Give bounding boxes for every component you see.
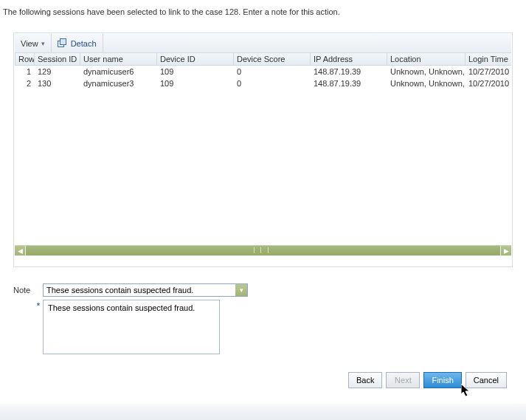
cell-device-id: 109 [157,78,234,89]
cell-ip-address: 148.87.19.39 [311,78,387,89]
cell-login-time: 10/27/2010 6:: [466,78,512,89]
horizontal-scrollbar[interactable]: ◀ ▶ [15,245,511,255]
scroll-right-icon[interactable]: ▶ [501,246,511,255]
footer-gradient [0,404,526,420]
detach-label: Detach [71,39,97,48]
scroll-thumb[interactable] [254,247,269,253]
cell-row: 1 [15,66,35,78]
cell-row: 2 [15,78,35,89]
cancel-button[interactable]: Cancel [466,372,507,388]
cell-user-name: dynamicuser6 [80,66,157,78]
col-header-row[interactable]: Row [15,53,35,66]
back-button[interactable]: Back [348,372,382,388]
cell-location: Unknown, Unknown, [387,78,466,89]
col-header-session-id[interactable]: Session ID [35,53,80,66]
cell-login-time: 10/27/2010 6:: [466,66,512,78]
cell-session-id: 130 [35,78,80,89]
cell-device-score: 0 [234,66,311,78]
scroll-left-icon[interactable]: ◀ [15,246,25,255]
svg-rect-1 [60,39,66,45]
cell-device-id: 109 [157,66,234,78]
wizard-button-bar: Back Next Finish Cancel [3,354,523,388]
note-textarea[interactable] [43,300,220,354]
col-header-location[interactable]: Location [387,53,466,66]
cell-session-id: 129 [35,66,80,78]
detach-button[interactable]: Detach [52,34,103,52]
cell-ip-address: 148.87.19.39 [311,66,387,78]
note-label: Note [13,283,43,295]
instruction-text: The following sessions have been selecte… [3,3,523,22]
cell-location: Unknown, Unknown, [387,66,466,78]
view-label: View [21,39,38,48]
note-select-input[interactable] [44,284,235,296]
sessions-panel: View ▾ Detach [13,32,513,267]
col-header-device-score[interactable]: Device Score [234,53,311,66]
required-marker: * [13,300,43,310]
sessions-table: Row Session ID User name Device ID Devic… [15,53,511,89]
table-row[interactable]: 1 129 dynamicuser6 109 0 148.87.19.39 Un… [15,66,512,78]
finish-button[interactable]: Finish [423,372,461,388]
cell-device-score: 0 [234,78,311,89]
chevron-down-icon[interactable]: ▾ [235,284,247,296]
cell-user-name: dynamicuser3 [80,78,157,89]
chevron-down-icon: ▾ [41,40,45,47]
col-header-login-time[interactable]: Login Time [466,53,512,66]
note-select[interactable]: ▾ [43,283,248,297]
col-header-ip-address[interactable]: IP Address [311,53,387,66]
scroll-track[interactable] [26,246,500,255]
table-row[interactable]: 2 130 dynamicuser3 109 0 148.87.19.39 Un… [15,78,512,89]
next-button: Next [386,372,420,388]
detach-icon [58,38,67,48]
view-menu[interactable]: View ▾ [15,34,52,52]
table-toolbar: View ▾ Detach [15,34,511,53]
col-header-device-id[interactable]: Device ID [157,53,234,66]
col-header-user-name[interactable]: User name [80,53,157,66]
